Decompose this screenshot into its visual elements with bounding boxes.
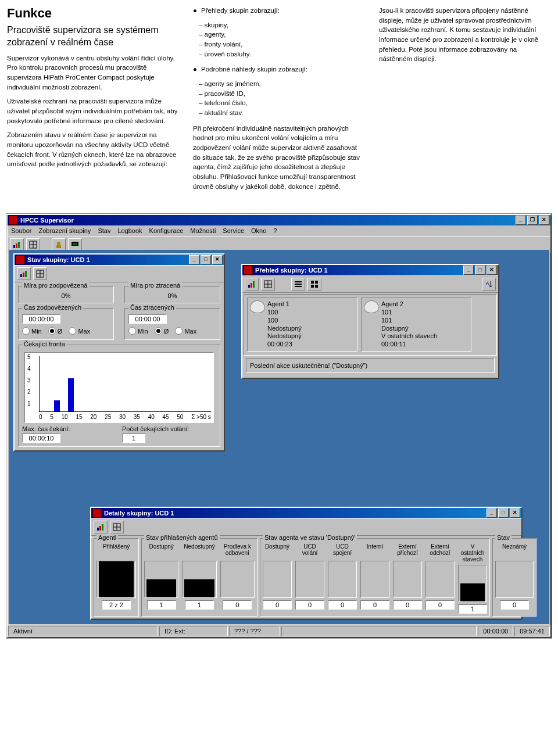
svg-rect-28 [315, 285, 318, 288]
list-item: skupiny, [199, 20, 365, 30]
minimize-button[interactable]: _ [487, 508, 497, 518]
radio-avg-2[interactable]: Ø [155, 327, 169, 335]
agent-ext: 101 [381, 309, 468, 317]
agent-substate: Nedostupný [267, 332, 355, 341]
toolbar-wallboard-icon[interactable]: WA [68, 238, 82, 251]
agent-card[interactable]: Agent 1100100NedostupnýNedostupný00:00:2… [247, 298, 357, 352]
close-button[interactable]: ✕ [212, 255, 223, 264]
detail-bar [295, 561, 324, 598]
toolbar-chart-icon[interactable] [94, 521, 108, 533]
close-button[interactable]: ✕ [487, 266, 497, 275]
minimize-button[interactable]: _ [516, 216, 526, 225]
detail-col-value: 1 [185, 600, 214, 610]
status-titlebar[interactable]: Stav skupiny: UCD 1 _ □ ✕ [15, 255, 224, 265]
last-action-text: Poslední akce uskutečněna! ("Dostupný") [250, 362, 367, 369]
para-1: Supervizor vykonává v centru obsluhy vol… [7, 53, 179, 92]
maximize-button[interactable]: □ [498, 508, 509, 518]
main-titlebar[interactable]: HPCC Supervisor _ ❐ ✕ [8, 215, 550, 225]
detail-bar [220, 561, 255, 598]
details-titlebar[interactable]: Detaily skupiny: UCD 1 _ □ ✕ [91, 508, 521, 518]
svg-rect-32 [102, 524, 103, 531]
menu-zobrazeni[interactable]: Zobrazení skupiny [38, 227, 91, 234]
status-left: Aktivní [8, 626, 158, 636]
xtick: 15 [76, 414, 82, 420]
overview-list: skupiny, agenty, fronty volání, úroveň o… [193, 20, 365, 59]
ytick: 2 [27, 389, 31, 395]
svg-rect-1 [16, 243, 17, 248]
status-mid: ??? / ??? [229, 626, 280, 636]
agent-card[interactable]: Agent 2101101DostupnýV ostatních stavech… [361, 298, 471, 352]
ytick: 3 [27, 377, 31, 384]
radio-min[interactable]: Min [22, 327, 42, 335]
close-button[interactable]: ✕ [510, 508, 520, 518]
toolbar-sort-icon[interactable]: A [482, 278, 496, 291]
status-bar: Aktivní ID: Ext: ??? / ??? 00:00:00 09:5… [8, 625, 550, 637]
svg-rect-16 [248, 285, 250, 288]
detail-column: Externí odchozí0 [425, 543, 455, 614]
status-time2: 09:57:41 [514, 626, 550, 636]
detail-column: Prodleva k odbavení0 [220, 543, 255, 610]
toolbar-list-icon[interactable] [291, 278, 305, 291]
toolbar-grid-icon[interactable] [110, 521, 124, 533]
detail-col-value: 0 [360, 600, 389, 610]
detail-col-label: Externí příchozí [393, 543, 422, 558]
menu-moznosti[interactable]: Možnosti [190, 227, 216, 234]
svg-rect-25 [311, 281, 314, 284]
para-3: Zobrazením stavu v reálném čase je super… [7, 130, 179, 169]
radio-avg[interactable]: Ø [48, 327, 63, 335]
agent-status-icon [364, 300, 379, 313]
toolbar-tiles-icon[interactable] [307, 278, 321, 291]
menu-stav[interactable]: Stav [98, 227, 110, 234]
list-item: aktuální stav. [199, 108, 365, 118]
details-toolbar [91, 518, 521, 536]
menu-konfigurace[interactable]: Konfigurace [149, 227, 184, 234]
restore-button[interactable]: ❐ [527, 216, 538, 225]
radio-max-2[interactable]: Max [175, 327, 196, 335]
toolbar-chart-icon[interactable] [17, 267, 31, 280]
detail-col-label: Interní [360, 543, 389, 558]
overview-titlebar[interactable]: Přehled skupiny: UCD 1 _ □ ✕ [242, 265, 498, 275]
toolbar-chart-icon[interactable] [10, 238, 24, 251]
list-item: pracoviště ID, [199, 89, 365, 99]
radio-max[interactable]: Max [69, 327, 90, 335]
detail-col-label: UCD volání [295, 543, 324, 558]
group-stav-agenta: Stav agenta ve stavu 'Dostupný' [263, 534, 357, 541]
svg-rect-31 [99, 526, 101, 531]
menu-help[interactable]: ? [273, 227, 277, 234]
subheading: Pracoviště supervizora se systémem zobra… [7, 24, 179, 49]
detail-column: UCD volání0 [295, 543, 324, 614]
minimize-button[interactable]: _ [463, 266, 474, 275]
toolbar-chart-icon[interactable] [245, 278, 259, 291]
chart-bar [54, 400, 60, 411]
detail-col-value: 0 [500, 600, 529, 610]
xtick: 30 [119, 414, 126, 420]
toolbar-grid-icon[interactable] [261, 278, 275, 291]
menu-soubor[interactable]: Soubor [11, 227, 31, 234]
app-title: HPCC Supervisor [20, 217, 74, 224]
xtick: 50 [177, 414, 183, 420]
value-mira-ztr: 0% [128, 292, 216, 299]
minimize-button[interactable]: _ [189, 255, 199, 264]
menu-service[interactable]: Service [223, 227, 244, 234]
mdi-area: Stav skupiny: UCD 1 _ □ ✕ Míra pro [9, 250, 549, 624]
toolbar-grid-icon[interactable] [33, 267, 47, 280]
svg-rect-30 [97, 528, 99, 531]
maximize-button[interactable]: □ [201, 255, 211, 264]
detail-bar [360, 561, 389, 598]
detail-bar [144, 561, 178, 598]
toolbar-agent-icon[interactable] [52, 238, 66, 251]
xtick: 25 [105, 414, 111, 420]
label-mira-zodp: Míra pro zodpovězená [22, 282, 89, 289]
toolbar-grid-icon[interactable] [26, 238, 40, 251]
close-button[interactable]: ✕ [539, 216, 549, 225]
radio-min-2[interactable]: Min [128, 327, 148, 335]
value-cas-zodp: 00:00:00 [22, 314, 60, 324]
svg-rect-26 [315, 281, 318, 284]
maximize-button[interactable]: □ [475, 266, 485, 275]
agent-state: Nedostupný [267, 325, 355, 333]
detail-col-value: 2 z 2 [102, 600, 131, 610]
label-pocet-cekajicich: Počet čekajících volání: [122, 425, 216, 432]
xtick: 10 [62, 414, 68, 420]
menu-okno[interactable]: Okno [251, 227, 266, 234]
menu-logbook[interactable]: Logbook [117, 227, 142, 234]
